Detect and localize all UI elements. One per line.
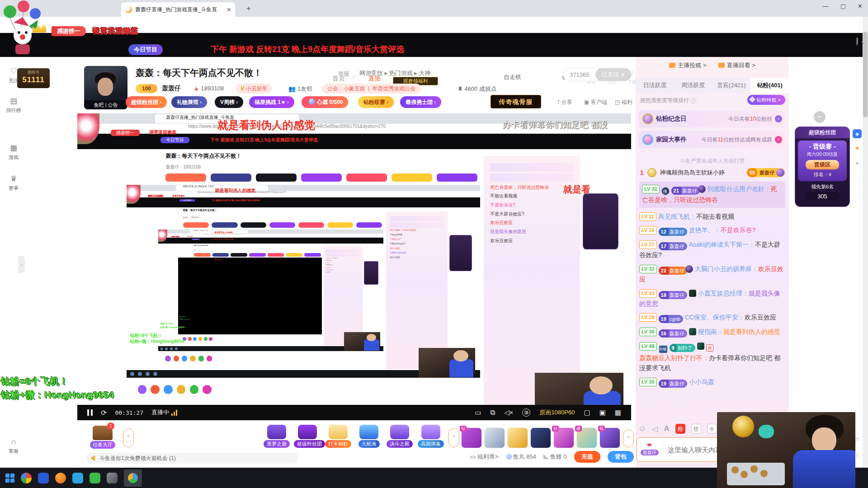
question-icon[interactable]: ? bbox=[690, 98, 696, 103]
widget-minimize-button[interactable]: – bbox=[814, 111, 826, 123]
activity-duel-palace[interactable]: 决斗之殿 bbox=[386, 425, 413, 448]
chat-message[interactable]: LV 11再见纸飞机：不能去看视频 bbox=[639, 212, 785, 222]
gift-gold-rocket[interactable] bbox=[507, 427, 528, 448]
client-button[interactable]: ▣ 客户端 bbox=[584, 99, 607, 106]
taskbar-wechat-icon[interactable] bbox=[90, 473, 100, 483]
banner-diamond-anniversary[interactable]: 钻粉纪念日 今日共有10位粉丝 › bbox=[639, 110, 786, 127]
taskbar-firefox-icon[interactable] bbox=[55, 473, 66, 483]
refresh-icon[interactable]: ⟳ bbox=[101, 408, 107, 417]
badge-super-fan-club[interactable]: 超级粉丝团› bbox=[126, 96, 167, 108]
collapse-mid-button[interactable]: ⌃ bbox=[448, 428, 459, 447]
tab-vip[interactable]: 贵宾(2421) bbox=[712, 78, 751, 93]
banner-home-event[interactable]: 家园大事件 今日有11位粉丝达成稀有成就 › bbox=[639, 131, 786, 148]
taskbar-app-icon[interactable] bbox=[107, 473, 118, 483]
badge-wish[interactable]: 心愿 0/500 bbox=[302, 96, 348, 108]
tab-diamond-fans[interactable]: 钻粉(401) bbox=[750, 78, 789, 93]
badge-v-weekly[interactable]: V周榜› bbox=[215, 96, 243, 108]
mute-icon[interactable]: ◁× bbox=[504, 408, 513, 417]
sidebar-item-service[interactable]: ∩客服 bbox=[4, 437, 24, 455]
gift-fluorescent-stick[interactable]: 钻 bbox=[461, 427, 482, 448]
token-chip-button[interactable]: 令 bbox=[707, 424, 717, 434]
search-box[interactable] bbox=[498, 70, 573, 84]
chat-message[interactable]: LV 3222轰轰仔大脑门小丑的驯养师：欢乐豆效应 bbox=[639, 264, 785, 285]
chat-message[interactable]: LV 1612轰轰仔皮艳羊、：不是欢乐谷? bbox=[639, 225, 785, 236]
welfare-button[interactable]: ◳ 福利 bbox=[615, 99, 632, 106]
sidebar-item-ranking[interactable]: ▤排行榜 bbox=[4, 97, 24, 114]
taskbar-active-app[interactable] bbox=[124, 469, 142, 487]
share-button[interactable]: ⤴ 分享 bbox=[557, 99, 572, 106]
guild-badge[interactable]: 公会：小象互娱|年度优秀游戏公会 bbox=[322, 84, 421, 94]
scrollbar-thumb[interactable] bbox=[863, 32, 868, 117]
chat-message[interactable]: LV 2717轰轰仔Asaki的棒读天下第一：不是大辟谷效应? bbox=[639, 240, 785, 260]
coupon-link[interactable]: ▭ 福利券> bbox=[470, 453, 499, 461]
fan-chip-button[interactable]: 粉 bbox=[675, 424, 685, 434]
activity-dream-journey[interactable]: 逐梦之旅 bbox=[263, 425, 290, 448]
backpack-button[interactable]: 背包 bbox=[608, 451, 634, 463]
quality-selector[interactable]: 原画1080P60 bbox=[539, 408, 575, 417]
badge-diamond-league[interactable]: 钻粉联赛› bbox=[358, 96, 394, 108]
collapse-right-button[interactable]: ⌃ bbox=[623, 429, 634, 447]
chat-message[interactable]: LV 48白银9别扑了房 轰轰糖豆入别扑了行不：办卡看弹幕你们知足吧 都没要求飞… bbox=[639, 342, 785, 373]
neighbor-count[interactable]: 👥 1友邻 bbox=[288, 85, 312, 93]
tab-weekly-activity[interactable]: 周活跃度 bbox=[674, 78, 712, 93]
noble-badge[interactable]: V 小丑皇帝 bbox=[236, 84, 272, 94]
taskbar-app-icon[interactable] bbox=[38, 473, 49, 483]
gift-rocket[interactable] bbox=[530, 427, 551, 448]
skin-banner[interactable]: 传奇魂骨服 bbox=[491, 95, 541, 108]
chat-message[interactable]: LV 32侠21轰轰仔到底取什么用户名好：死亡谷是啥，只听说过恐怖谷 bbox=[639, 182, 785, 208]
badge-lucky-challenge[interactable]: 福星挑战 1★› bbox=[249, 96, 294, 108]
rocket-notice[interactable]: 斗鱼送你1次免费领火箭机会 (1) bbox=[86, 453, 298, 464]
web-fullscreen-icon[interactable]: ▣ bbox=[599, 408, 606, 417]
activity-checkin-camera[interactable]: 打卡相机 bbox=[325, 425, 352, 448]
pip-icon[interactable]: ⧉ bbox=[490, 408, 495, 417]
gift-mech[interactable]: 钻 bbox=[553, 427, 574, 448]
chat-message[interactable]: LV 3019轰轰仔小小鸟轰 bbox=[639, 377, 785, 388]
achievement-points[interactable]: ♜ 4600 成就点 bbox=[458, 85, 497, 93]
sidebar-item-esports[interactable]: ♛赛事 bbox=[4, 174, 24, 192]
pause-button[interactable] bbox=[87, 409, 93, 416]
task-hall[interactable]: 1 任务大厅 bbox=[86, 426, 119, 449]
new-tab-button[interactable]: + bbox=[246, 4, 251, 13]
followed-button[interactable]: 已关注 ∨ bbox=[595, 68, 631, 81]
category-breadcrumb[interactable]: 网游竞技 ▸ 热门游戏 ▸ 大神 bbox=[359, 69, 431, 77]
streamer-posts-link[interactable]: 主播投稿 > bbox=[669, 61, 706, 70]
taskbar-app-icon[interactable] bbox=[72, 473, 83, 483]
sidebar-expander[interactable]: › bbox=[18, 256, 25, 273]
emoji-icon[interactable]: ☺ bbox=[638, 424, 646, 433]
chat-message[interactable]: LV 3016轰轰仔梗指南：就是看到伪人的感觉 bbox=[639, 327, 785, 338]
replay-link[interactable]: 直播回看 > bbox=[718, 61, 755, 70]
star-shortcut-icon[interactable]: ★ bbox=[853, 144, 862, 153]
badge-gift-gallery[interactable]: 礼物展馆› bbox=[171, 96, 207, 108]
streamer-avatar-tabs[interactable]: 鱼吧 | 公告 bbox=[84, 100, 127, 109]
font-style-icon[interactable]: A bbox=[664, 424, 669, 433]
theater-mode-icon[interactable]: ▢ bbox=[584, 408, 590, 417]
badge-warrior-group[interactable]: 最强勇士团› bbox=[400, 96, 441, 108]
promotion-zone-button[interactable]: 晋级区 bbox=[806, 160, 839, 169]
add-shortcut-icon[interactable]: + bbox=[853, 159, 862, 168]
zoom-search-icon[interactable] bbox=[853, 37, 862, 46]
streamer-name[interactable]: 轰轰仔 bbox=[162, 84, 181, 93]
report-link[interactable]: 举报 bbox=[338, 70, 349, 78]
danmaku-toggle-icon[interactable]: 弹 bbox=[522, 408, 530, 417]
fanclub-promotion-widget[interactable]: 超级粉丝团 - 晋级赛 - 周六00:00结算 晋级区 排名：4 领先第6名 3… bbox=[795, 127, 850, 207]
sidebar-item-follow[interactable]: ♡关注 bbox=[4, 67, 24, 84]
chat-message[interactable]: LV 2819cgnbCC保安、保你平安：欢乐豆效应 bbox=[639, 313, 785, 323]
window-maximize-button[interactable]: ▢ bbox=[840, 3, 846, 9]
video-player[interactable]: 轰轰仔直播_热门游戏直播_斗鱼直 https://www.douyu.com/5… bbox=[77, 113, 631, 420]
fan-badge-preview[interactable]: ❤ 轰轰仔 bbox=[637, 443, 662, 456]
collapse-left-button[interactable]: ⌃ bbox=[123, 428, 134, 447]
gift-plane[interactable] bbox=[484, 427, 505, 448]
horn-icon[interactable]: ◁ bbox=[652, 424, 658, 434]
app-shortcut-icon[interactable]: ◈ bbox=[853, 129, 862, 138]
chat-message[interactable]: LV 2318轰轰仔小轰互娱总经理：就是我头像的意思 bbox=[639, 289, 785, 309]
gift-landscape[interactable]: 趣 bbox=[576, 427, 597, 448]
meme-chip-button[interactable]: 梗 bbox=[691, 424, 701, 434]
window-minimize-button[interactable]: — bbox=[823, 3, 829, 9]
fan-rank-row[interactable]: 1 神魂颠倒岛岛主软妹小婷 50 轰轰仔 bbox=[640, 168, 785, 177]
taskbar-browser-icon[interactable] bbox=[21, 473, 32, 483]
gift-jet[interactable]: 钻 bbox=[599, 427, 620, 448]
follow-widget[interactable]: 371365 已关注 ∨ bbox=[563, 68, 632, 81]
sidebar-item-games[interactable]: ▦游戏 bbox=[4, 144, 24, 161]
activity-great-voyage[interactable]: 大航海 bbox=[355, 425, 382, 448]
activity-high-energy-danmaku[interactable]: 高能弹幕 bbox=[415, 425, 447, 448]
